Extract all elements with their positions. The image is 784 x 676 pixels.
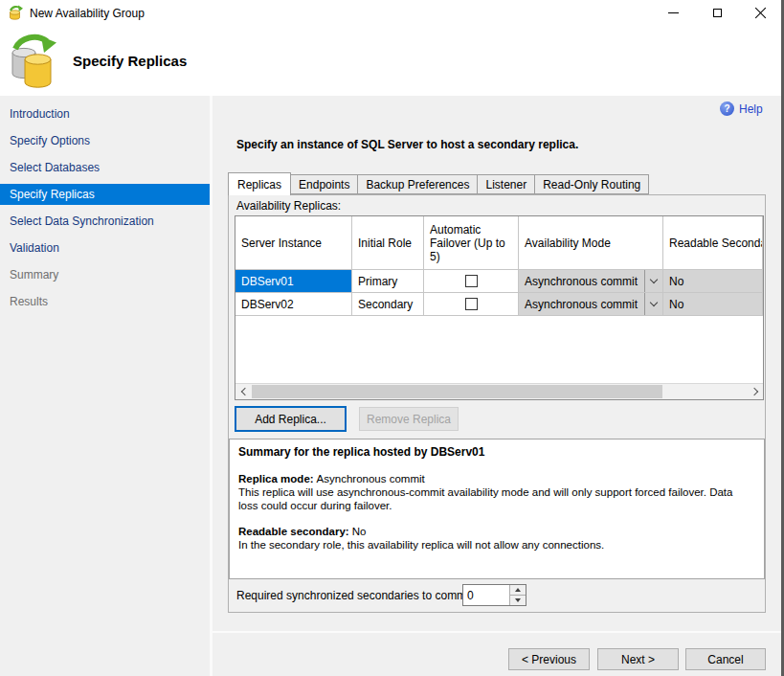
grid-cell-automatic-failover <box>424 293 519 316</box>
footer-divider <box>213 631 784 633</box>
close-icon[interactable] <box>747 0 774 26</box>
replica-summary-box: Summary for the replica hosted by DBServ… <box>229 439 765 579</box>
help-link[interactable]: ? Help <box>720 101 763 116</box>
grid-cell-automatic-failover <box>424 270 519 293</box>
sidebar-item-select-databases[interactable]: Select Databases <box>0 157 210 178</box>
wizard-steps-sidebar: Introduction Specify Options Select Data… <box>0 96 210 676</box>
column-header-automatic-failover[interactable]: Automatic Failover (Up to 5) <box>424 216 519 270</box>
remove-replica-button: Remove Replica <box>359 407 459 431</box>
minimize-icon[interactable] <box>660 0 687 26</box>
column-header-readable-secondary[interactable]: Readable Secondary <box>663 216 763 270</box>
cancel-button[interactable]: Cancel <box>685 648 766 670</box>
availability-mode-dropdown[interactable]: Asynchronous commit <box>519 293 662 315</box>
tab-replicas[interactable]: Replicas <box>228 172 291 195</box>
window-title: New Availability Group <box>30 7 145 20</box>
availability-mode-dropdown[interactable]: Asynchronous commit <box>519 270 662 292</box>
column-header-availability-mode[interactable]: Availability Mode <box>519 216 663 270</box>
sidebar-item-introduction[interactable]: Introduction <box>0 103 210 124</box>
grid-cell-availability-mode: Asynchronous commit <box>519 293 663 316</box>
table-row: DBServ02 Secondary Asynchronous commit N… <box>235 293 763 316</box>
horizontal-scrollbar <box>235 383 763 399</box>
automatic-failover-checkbox[interactable] <box>465 275 478 287</box>
replica-mode-description: This replica will use asynchronous-commi… <box>238 485 755 512</box>
table-row: DBServ01 Primary Asynchronous commit No <box>235 270 763 293</box>
sidebar-item-specify-replicas[interactable]: Specify Replicas <box>0 184 210 205</box>
replica-mode-line: Replica mode:Asynchronous commit <box>238 472 755 485</box>
spinner-up-icon[interactable] <box>510 585 526 595</box>
availability-replicas-grid: Server Instance Initial Role Automatic F… <box>235 215 764 400</box>
sidebar-item-summary: Summary <box>0 264 210 285</box>
availability-replicas-label: Availability Replicas: <box>236 199 341 213</box>
sidebar-item-select-data-synchronization[interactable]: Select Data Synchronization <box>0 211 210 232</box>
scroll-left-icon[interactable] <box>235 384 252 399</box>
column-header-initial-role[interactable]: Initial Role <box>352 216 424 270</box>
summary-title: Summary for the replica hosted by DBServ… <box>238 445 755 459</box>
add-replica-button[interactable]: Add Replica... <box>235 406 347 432</box>
scrollbar-track[interactable] <box>252 384 747 399</box>
instruction-text: Specify an instance of SQL Server to hos… <box>236 138 578 151</box>
sidebar-item-specify-options[interactable]: Specify Options <box>0 130 210 151</box>
grid-cell-server-instance[interactable]: DBServ02 <box>235 293 352 316</box>
required-secondaries-label: Required synchronized secondaries to com… <box>236 589 472 602</box>
spinner-down-icon[interactable] <box>510 595 526 605</box>
help-icon: ? <box>720 101 734 116</box>
grid-cell-initial-role: Primary <box>352 270 424 293</box>
grid-cell-server-instance[interactable]: DBServ01 <box>235 270 352 293</box>
availability-group-app-icon <box>8 5 23 20</box>
scrollbar-thumb[interactable] <box>252 385 662 398</box>
column-header-server-instance[interactable]: Server Instance <box>235 216 352 270</box>
grid-cell-readable-secondary[interactable]: No <box>663 270 763 293</box>
availability-group-icon <box>8 33 61 93</box>
maximize-icon[interactable] <box>704 0 731 26</box>
grid-empty-area <box>235 316 763 383</box>
tab-backup-preferences[interactable]: Backup Preferences <box>357 174 478 194</box>
help-label: Help <box>739 102 763 116</box>
tab-endpoints[interactable]: Endpoints <box>290 174 358 194</box>
grid-cell-initial-role: Secondary <box>352 293 424 316</box>
page-title: Specify Replicas <box>73 53 187 69</box>
readable-secondary-description: In the secondary role, this availability… <box>238 538 755 552</box>
automatic-failover-checkbox[interactable] <box>465 298 478 310</box>
readable-secondary-line: Readable secondary:No <box>238 525 755 538</box>
tab-panel-replicas: Availability Replicas: Server Instance I… <box>228 194 766 613</box>
tab-read-only-routing[interactable]: Read-Only Routing <box>534 174 649 194</box>
sidebar-item-validation[interactable]: Validation <box>0 237 210 259</box>
grid-cell-readable-secondary[interactable]: No <box>663 293 763 316</box>
spinner-buttons <box>509 585 526 605</box>
sidebar-divider <box>210 96 213 676</box>
required-secondaries-spinner <box>462 584 526 606</box>
title-bar: New Availability Group <box>0 0 784 26</box>
replica-tabs: Replicas Endpoints Backup Preferences Li… <box>228 172 648 194</box>
chevron-down-icon[interactable] <box>644 293 662 315</box>
sidebar-item-results: Results <box>0 291 210 312</box>
wizard-banner: Specify Replicas <box>0 26 784 96</box>
chevron-down-icon[interactable] <box>644 270 662 292</box>
grid-cell-availability-mode: Asynchronous commit <box>519 270 663 293</box>
grid-header-row: Server Instance Initial Role Automatic F… <box>235 216 763 270</box>
tab-listener[interactable]: Listener <box>477 174 535 194</box>
new-availability-group-wizard: New Availability Group Specify Replicas … <box>0 0 784 676</box>
previous-button[interactable]: < Previous <box>508 648 590 670</box>
scroll-right-icon[interactable] <box>747 384 763 399</box>
next-button[interactable]: Next > <box>597 648 679 670</box>
required-secondaries-input[interactable] <box>463 585 509 605</box>
